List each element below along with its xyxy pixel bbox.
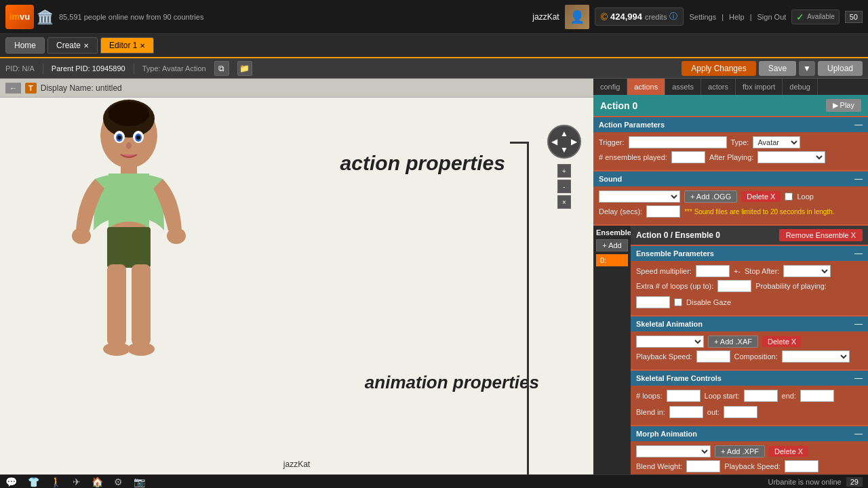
create-tab[interactable]: Create ✕ xyxy=(47,37,98,54)
apply-changes-button[interactable]: Apply Changes xyxy=(682,61,755,76)
upload-button[interactable]: Upload xyxy=(818,61,863,76)
settings-icon[interactable]: ⚙ xyxy=(114,476,123,487)
skel-blend-in-input[interactable] xyxy=(669,406,703,418)
nav-controls: ▲ ▼ ◀ ▶ + - × xyxy=(547,125,581,209)
top-bar: imvu 🏛️ 85,591 people online now from 90… xyxy=(0,0,868,34)
ensembles-panel: Ensembles + Add 0: Action 0 / Ensemble 0… xyxy=(593,226,868,474)
create-tab-close[interactable]: ✕ xyxy=(83,42,89,49)
settings-link[interactable]: Settings xyxy=(689,13,716,21)
tab-fbx-import[interactable]: fbx import xyxy=(736,79,783,95)
delete-xaf-button[interactable]: Delete X xyxy=(762,336,802,347)
folder-icon[interactable]: 📁 xyxy=(237,61,252,76)
remove-ensemble-button[interactable]: Remove Ensemble X xyxy=(779,229,863,241)
ensemble-list: Ensembles + Add 0: xyxy=(593,226,631,474)
add-ogg-button[interactable]: + Add .OGG xyxy=(684,190,737,203)
tab-actions[interactable]: actions xyxy=(627,79,665,95)
save-dropdown-button[interactable]: ▼ xyxy=(799,61,815,76)
extra-loops-input[interactable] xyxy=(717,280,751,292)
delay-input[interactable] xyxy=(646,205,680,218)
delete-sound-button[interactable]: Delete X xyxy=(741,191,781,202)
action-params-collapse[interactable]: — xyxy=(854,120,863,129)
editor-tab[interactable]: Editor 1 ✕ xyxy=(100,37,154,54)
svg-rect-17 xyxy=(132,264,151,346)
morph-playback-input[interactable] xyxy=(785,460,818,472)
toolbar-separator xyxy=(43,63,43,74)
toolbar-pid: PID: N/A xyxy=(5,64,35,73)
sound-warning: *** Sound files are limited to 20 second… xyxy=(684,208,834,216)
avatar-svg xyxy=(41,81,217,461)
skel-blend-in-label: Blend in: xyxy=(636,408,665,416)
sound-file-select[interactable] xyxy=(599,190,680,203)
blend-weight-input[interactable] xyxy=(686,460,720,472)
tab-assets[interactable]: assets xyxy=(665,79,701,95)
xpf-file-select[interactable] xyxy=(636,445,711,458)
add-xpf-button[interactable]: + Add .XPF xyxy=(715,445,765,458)
playback-speed-input[interactable] xyxy=(696,350,730,363)
main-area: ← T Display Name: untitled xyxy=(0,79,868,474)
toolbar-separator2 xyxy=(134,63,134,74)
ensemble-params-title: Ensemble Parameters xyxy=(636,249,714,258)
composition-label: Composition: xyxy=(734,352,778,361)
nav-side-btn-2[interactable]: - xyxy=(557,180,571,193)
probability-input[interactable] xyxy=(636,296,670,308)
skel-loops-input[interactable] xyxy=(667,390,701,402)
action-params-section: Action Parameters — Trigger: Type: Avata… xyxy=(593,117,868,170)
duplicate-icon[interactable]: ⧉ xyxy=(214,61,229,76)
svg-rect-11 xyxy=(108,174,149,228)
morph-collapse[interactable]: — xyxy=(854,429,863,439)
editor-tab-close[interactable]: ✕ xyxy=(140,42,145,49)
toolbar: PID: N/A Parent PID: 10945890 Type: Avat… xyxy=(0,58,868,79)
move-icon[interactable]: ✈ xyxy=(73,476,81,487)
home-button[interactable]: Home xyxy=(5,37,45,54)
username-label: jazzKat xyxy=(532,12,559,22)
shirt-icon[interactable]: 👕 xyxy=(28,476,39,487)
play-button[interactable]: ▶ Play xyxy=(826,99,861,112)
info-icon[interactable]: ⓘ xyxy=(669,11,677,22)
loop-checkbox[interactable] xyxy=(785,192,793,201)
after-playing-select[interactable] xyxy=(757,151,825,163)
tab-config[interactable]: config xyxy=(593,79,627,95)
tab-actors[interactable]: actors xyxy=(701,79,736,95)
help-link[interactable]: Help xyxy=(729,13,745,21)
ensembles-input[interactable] xyxy=(671,151,705,163)
tab-debug[interactable]: debug xyxy=(783,79,818,95)
home-icon[interactable]: 🏠 xyxy=(92,476,103,487)
ensemble-params-collapse[interactable]: — xyxy=(854,249,863,258)
skel-out-input[interactable] xyxy=(724,406,757,418)
skeletal-title: Skeletal Animation xyxy=(636,320,703,328)
stop-after-select[interactable] xyxy=(783,265,831,277)
ensemble-detail-header: Action 0 / Ensemble 0 Remove Ensemble X xyxy=(631,226,868,245)
save-button[interactable]: Save xyxy=(759,61,796,76)
user-area: jazzKat 👤 © 424,994 credits ⓘ Settings |… xyxy=(532,5,863,29)
type-select[interactable]: Avatar xyxy=(753,136,800,148)
speed-input[interactable] xyxy=(696,265,730,277)
trigger-input[interactable] xyxy=(629,136,727,148)
signout-link[interactable]: Sign Out xyxy=(757,13,787,21)
delete-morph-button[interactable]: Delete X xyxy=(769,446,808,457)
dpad[interactable]: ▲ ▼ ◀ ▶ xyxy=(547,125,581,159)
ensemble-params-header: Ensemble Parameters — xyxy=(631,246,868,261)
sound-collapse[interactable]: — xyxy=(854,174,863,184)
skeletal-frame-collapse[interactable]: — xyxy=(854,373,863,383)
ensemble-detail: Action 0 / Ensemble 0 Remove Ensemble X … xyxy=(631,226,868,474)
blend-row: Blend Weight: Playback Speed: Amplitude … xyxy=(636,460,863,474)
ensemble-list-title: Ensembles xyxy=(596,228,628,237)
skeletal-collapse[interactable]: — xyxy=(854,319,863,329)
person-icon[interactable]: 🚶 xyxy=(50,476,62,487)
ensemble-item[interactable]: 0: xyxy=(596,254,628,266)
add-xaf-button[interactable]: + Add .XAF xyxy=(708,336,758,348)
skel-loop-start-input[interactable] xyxy=(744,390,778,402)
composition-select[interactable] xyxy=(782,350,850,363)
skeletal-body: + Add .XAF Delete X Playback Speed: Comp… xyxy=(631,331,868,369)
svg-point-7 xyxy=(117,136,121,140)
nav-side-btn-3[interactable]: × xyxy=(557,195,571,209)
skel-end-input[interactable] xyxy=(800,390,834,402)
chat-icon[interactable]: 💬 xyxy=(5,476,17,487)
disable-gaze-checkbox[interactable] xyxy=(674,298,682,306)
nav-side-btn-1[interactable]: + xyxy=(557,164,571,178)
avatar-thumbnail: 👤 xyxy=(565,5,589,29)
xaf-file-select[interactable] xyxy=(636,336,704,348)
camera-icon[interactable]: 📷 xyxy=(134,476,145,487)
back-button[interactable]: ← xyxy=(5,83,21,94)
ensemble-add-button[interactable]: + Add xyxy=(596,239,628,251)
